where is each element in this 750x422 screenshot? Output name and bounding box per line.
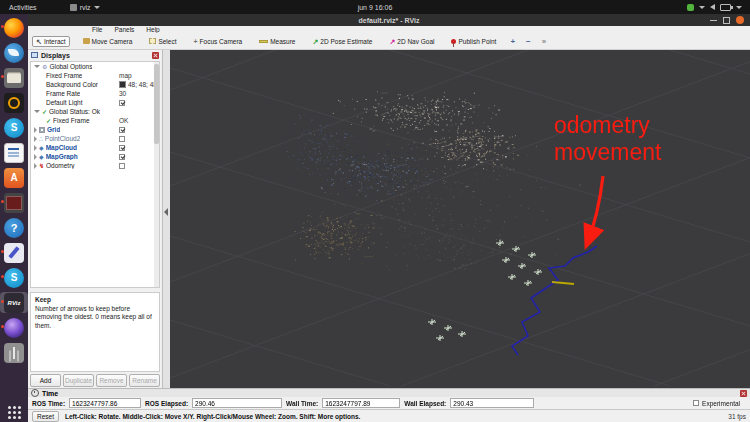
3d-viewport[interactable] <box>170 50 750 386</box>
tree-row-grid[interactable]: Grid <box>31 125 159 134</box>
dock-item-app-grid[interactable] <box>0 401 28 422</box>
tool-publish-point[interactable]: Publish Point <box>447 36 500 47</box>
tool-label: Move Camera <box>92 38 133 45</box>
checkbox[interactable] <box>119 154 125 160</box>
expander-icon[interactable] <box>34 145 37 151</box>
expander-icon[interactable] <box>34 110 40 113</box>
rename-button[interactable]: Rename <box>129 374 160 387</box>
ros-time-input[interactable] <box>69 398 141 408</box>
add-button[interactable]: Add <box>30 374 61 387</box>
checkbox[interactable] <box>119 100 125 106</box>
tree-row-fixed-frame-status[interactable]: ✓ Fixed Frame OK <box>31 116 159 125</box>
system-tray[interactable] <box>687 4 750 11</box>
tree-row-global-status[interactable]: ✓ Global Status: Ok <box>31 107 159 116</box>
dock-item-firefox[interactable] <box>0 17 28 38</box>
tree-row-frame-rate[interactable]: Frame Rate 30 <box>31 89 159 98</box>
tree-row-mapgraph[interactable]: ◆ MapGraph <box>31 152 159 161</box>
wall-time-input[interactable] <box>322 398 400 408</box>
tree-row-default-light[interactable]: Default Light <box>31 98 159 107</box>
checkbox[interactable] <box>119 145 125 151</box>
scrollbar[interactable] <box>154 62 159 287</box>
clock[interactable]: jun 9 16:06 <box>0 4 750 11</box>
tree-value[interactable] <box>119 154 125 160</box>
dock-item-skype-2[interactable]: S <box>0 267 28 288</box>
expander-icon[interactable] <box>34 154 37 160</box>
tree-value[interactable] <box>119 100 125 106</box>
expander-icon[interactable] <box>34 163 37 169</box>
dock-item-terminal[interactable] <box>0 192 28 213</box>
dock-item-thunderbird[interactable] <box>0 42 28 63</box>
vpn-shield-icon <box>687 4 694 11</box>
time-panel-header[interactable]: Time <box>28 388 750 397</box>
dock-item-files[interactable] <box>0 67 28 88</box>
remove-tool-button[interactable]: − <box>525 37 532 46</box>
scrollbar-thumb[interactable] <box>154 64 159 144</box>
add-tool-button[interactable]: + <box>509 37 516 46</box>
dock-item-removable-media[interactable] <box>0 342 28 363</box>
tree-value[interactable]: 48; 48; 48 <box>119 81 157 88</box>
displays-panel-header[interactable]: Displays <box>28 50 162 60</box>
mapcloud-icon: ◆ <box>39 145 44 151</box>
wall-time-label: Wall Time: <box>286 400 318 407</box>
tool-select[interactable]: Select <box>145 36 180 47</box>
tree-row-global-options[interactable]: ⚙ Global Options <box>31 62 159 71</box>
expander-icon[interactable] <box>34 127 37 133</box>
wall-elapsed-input[interactable] <box>450 398 534 408</box>
tree-row-background-color[interactable]: Background Color 48; 48; 48 <box>31 80 159 89</box>
tree-row-odometry[interactable]: ↯ Odometry <box>31 161 159 170</box>
maximize-button[interactable] <box>723 17 730 24</box>
checkbox[interactable] <box>119 127 125 133</box>
minimize-button[interactable] <box>710 20 717 21</box>
menu-file[interactable]: File <box>92 26 102 33</box>
fps-counter: 31 fps <box>728 413 746 420</box>
tool-2d-nav-goal[interactable]: ↗ 2D Nav Goal <box>385 36 438 47</box>
toolbar-overflow-button[interactable]: » <box>541 37 547 46</box>
menu-help[interactable]: Help <box>146 26 159 33</box>
tool-move-camera[interactable]: Move Camera <box>79 36 137 47</box>
dock-item-software[interactable]: A <box>0 167 28 188</box>
close-button[interactable] <box>736 16 744 24</box>
tree-row-pointcloud2[interactable]: ∴ PointCloud2 <box>31 134 159 143</box>
close-icon[interactable] <box>152 52 159 59</box>
menu-panels[interactable]: Panels <box>114 26 134 33</box>
reset-button[interactable]: Reset <box>32 411 59 422</box>
app-menu[interactable]: rviz <box>70 4 100 11</box>
activities-button[interactable]: Activities <box>0 4 46 11</box>
close-icon[interactable] <box>740 390 747 397</box>
dock-item-rhythmbox[interactable] <box>0 92 28 113</box>
window-title-bar[interactable]: default.rviz* - RViz <box>28 14 750 26</box>
tree-row-mapcloud[interactable]: ◆ MapCloud <box>31 143 159 152</box>
tool-focus-camera[interactable]: + Focus Camera <box>189 36 246 47</box>
checkbox[interactable] <box>693 400 699 406</box>
dock-item-text-editor[interactable] <box>0 242 28 263</box>
tree-value[interactable] <box>119 127 125 133</box>
tree-value[interactable] <box>119 145 125 151</box>
tree-label: Fixed Frame <box>46 72 82 79</box>
expander-icon[interactable] <box>34 136 37 142</box>
tree-value[interactable]: map <box>119 72 132 79</box>
tree-row-fixed-frame[interactable]: Fixed Frame map <box>31 71 159 80</box>
tool-interact[interactable]: ↖ Interact <box>32 36 70 47</box>
ros-elapsed-input[interactable] <box>192 398 282 408</box>
dock-item-help[interactable]: ? <box>0 217 28 238</box>
tree-value[interactable] <box>119 136 125 142</box>
dock-item-rviz[interactable]: RViz <box>0 292 28 313</box>
dock-item-libreoffice-writer[interactable] <box>0 142 28 163</box>
duplicate-button[interactable]: Duplicate <box>63 374 94 387</box>
dock-item-galaxy-app[interactable] <box>0 317 28 338</box>
checkbox[interactable] <box>119 136 125 142</box>
tree-label: Background Color <box>46 81 98 88</box>
tree-value[interactable]: 30 <box>119 90 126 97</box>
dock-item-skype[interactable]: S <box>0 117 28 138</box>
remove-button[interactable]: Remove <box>96 374 127 387</box>
tree-value[interactable] <box>119 163 125 169</box>
tool-label: 2D Nav Goal <box>397 38 434 45</box>
tool-measure[interactable]: Measure <box>255 36 299 47</box>
expander-icon[interactable] <box>34 65 40 68</box>
experimental-toggle[interactable]: Experimental <box>693 400 750 407</box>
panel-splitter[interactable] <box>163 50 170 388</box>
checkbox[interactable] <box>119 163 125 169</box>
collapse-left-icon[interactable] <box>164 208 168 216</box>
app-window-icon <box>70 4 77 11</box>
tool-2d-pose-estimate[interactable]: ↗ 2D Pose Estimate <box>308 36 376 47</box>
